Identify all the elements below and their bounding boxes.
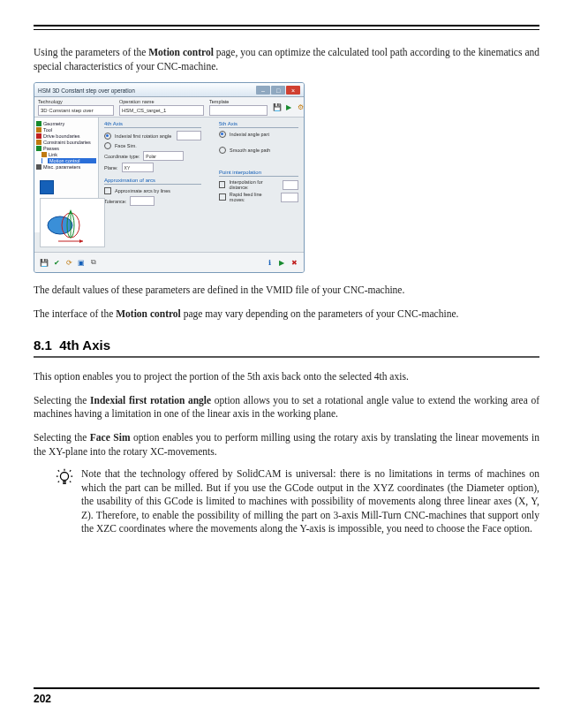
tree-item-link[interactable]: Link: [41, 152, 96, 157]
minimize-icon[interactable]: –: [256, 86, 270, 95]
dialog-titlebar: HSM 3D Constant step over operation – □ …: [34, 83, 304, 97]
check-interp-dist[interactable]: [219, 181, 225, 188]
play-icon[interactable]: ▶: [284, 102, 293, 111]
paragraph: The default values of these parameters a…: [34, 284, 539, 298]
text: The interface of the: [34, 308, 116, 319]
label: Template: [209, 99, 268, 104]
text: Selecting the: [34, 432, 90, 443]
technology-combo[interactable]: 3D Constant step over: [38, 105, 114, 116]
cancel-icon[interactable]: ✖: [290, 258, 298, 267]
section-number: 8.1: [34, 337, 52, 353]
heading-rule: [34, 356, 539, 358]
text-bold: Motion control: [116, 308, 181, 319]
interp-dist-input[interactable]: [283, 180, 298, 190]
paragraph: This option enables you to project the p…: [34, 370, 539, 384]
text: Selecting the: [34, 395, 90, 406]
paragraph: Selecting the Face Sim option enables yo…: [34, 431, 539, 459]
page-number: 202: [34, 693, 51, 705]
tree-item-drive-boundaries[interactable]: Drive boundaries: [36, 133, 96, 139]
dialog-title-text: HSM 3D Constant step over operation: [38, 87, 135, 94]
tolerance-input[interactable]: [130, 196, 155, 206]
preview-thumb-icon[interactable]: [40, 180, 54, 194]
svg-point-7: [60, 473, 68, 481]
panel-point-interp: Point interpolation: [219, 170, 298, 177]
radio-5-indexial[interactable]: [219, 131, 226, 138]
run-icon[interactable]: ▶: [277, 258, 286, 267]
tree-item-motion-control[interactable]: Motion control: [41, 158, 96, 163]
tree-item-geometry[interactable]: Geometry: [36, 121, 96, 126]
ok-icon[interactable]: ✔: [52, 258, 61, 267]
svg-point-0: [48, 216, 72, 234]
window-buttons: – □ ×: [256, 86, 300, 95]
dialog-toolbar: Technology 3D Constant step over Operati…: [34, 97, 304, 118]
save-icon[interactable]: 💾: [40, 258, 49, 267]
text-bold: Indexial first rotation angle: [90, 395, 211, 406]
text: Using the parameters of the: [34, 47, 148, 57]
dialog-screenshot: HSM 3D Constant step over operation – □ …: [34, 82, 305, 273]
panel-approx: Approximation of arcs: [104, 178, 201, 185]
tree-item-passes[interactable]: Passes: [36, 146, 96, 151]
rapid-feed-input[interactable]: [281, 193, 298, 202]
paragraph: The interface of the Motion control page…: [34, 307, 539, 322]
label: Operation name: [119, 99, 204, 104]
document-page: Using the parameters of the Motion contr…: [0, 0, 573, 728]
top-rule: [34, 25, 539, 30]
tree-item-misc-params[interactable]: Misc. parameters: [36, 164, 96, 170]
gear-icon[interactable]: ⚙: [296, 102, 305, 111]
check-approx[interactable]: [104, 187, 111, 194]
text-bold: Face Sim: [90, 432, 131, 443]
save-icon[interactable]: 💾: [273, 102, 282, 111]
maximize-icon[interactable]: □: [271, 86, 285, 95]
note-text: Note that the technology offered by Soli…: [81, 467, 539, 536]
panel-5th-axis: 5th Axis: [219, 121, 298, 128]
dialog-footer: 💾 ✔ ⟳ ▣ ⧉ ℹ ▶ ✖: [34, 252, 304, 272]
svg-marker-4: [79, 239, 83, 243]
info-icon[interactable]: ℹ: [265, 258, 274, 267]
tree-item-tool[interactable]: Tool: [36, 127, 96, 133]
paragraph: Selecting the Indexial first rotation an…: [34, 394, 539, 421]
copy-icon[interactable]: ⧉: [89, 258, 98, 267]
section-heading: 8.1 4th Axis: [34, 337, 539, 353]
radio-indexial[interactable]: [104, 133, 111, 140]
settings-panel: 4th Axis Indexial first rotation angle F…: [99, 118, 304, 232]
close-icon[interactable]: ×: [286, 86, 300, 95]
svg-marker-6: [69, 209, 72, 214]
preview-svg: [41, 199, 104, 246]
radio-5-smooth[interactable]: [219, 147, 226, 154]
angle-input[interactable]: [177, 131, 201, 140]
coord-combo[interactable]: Polar: [143, 151, 184, 161]
footer-rule: [34, 687, 539, 689]
preview-pane: [40, 198, 105, 247]
text: page may vary depending on the parameter…: [181, 308, 459, 319]
text-bold: Motion control: [148, 47, 214, 57]
operation-name-combo[interactable]: HSM_CS_target_1: [119, 105, 204, 116]
plane-combo[interactable]: XY: [122, 163, 154, 172]
apply-icon[interactable]: ⟳: [64, 258, 73, 267]
section-title: 4th Axis: [59, 337, 110, 353]
note-block: Note that the technology offered by Soli…: [55, 467, 539, 536]
check-rapid-feed[interactable]: [219, 193, 226, 201]
lightbulb-icon: [55, 467, 74, 487]
label: Technology: [38, 99, 114, 104]
panel-4th-axis: 4th Axis: [104, 121, 201, 128]
intro-paragraph: Using the parameters of the Motion contr…: [34, 46, 539, 73]
tree-item-constraint-boundaries[interactable]: Constraint boundaries: [36, 140, 96, 145]
template-combo[interactable]: [209, 105, 268, 116]
db-icon[interactable]: ▣: [77, 258, 86, 267]
radio-facesim[interactable]: [104, 142, 111, 149]
